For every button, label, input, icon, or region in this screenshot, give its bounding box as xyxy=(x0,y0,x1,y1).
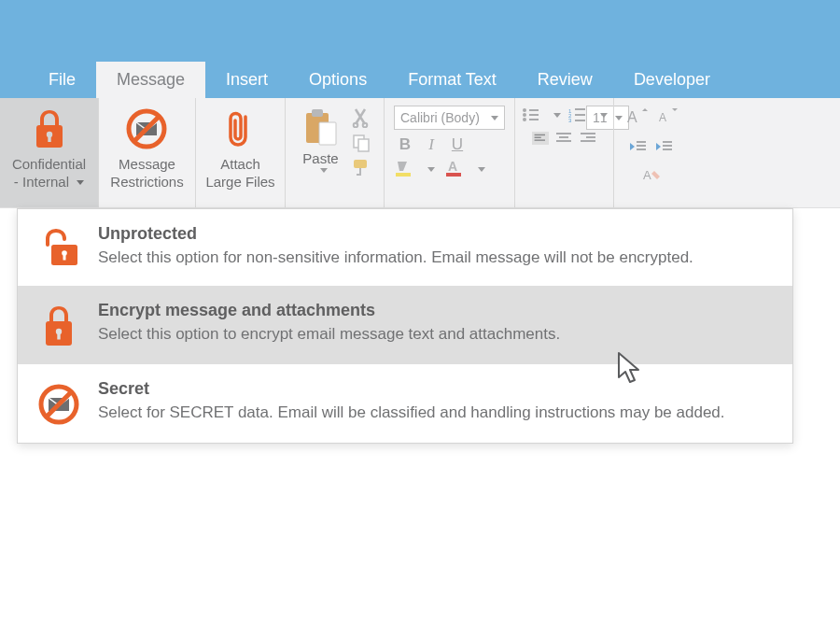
svg-rect-52 xyxy=(57,332,60,340)
ribbon: Confidential- Internal MessageRestrictio… xyxy=(0,98,840,208)
lock-icon xyxy=(31,104,68,154)
svg-rect-41 xyxy=(637,145,646,147)
attach-large-files-button[interactable]: AttachLarge Files xyxy=(205,104,274,191)
paperclip-icon xyxy=(225,104,255,154)
tab-file[interactable]: File xyxy=(28,62,96,98)
font-name-value: Calibri (Body) xyxy=(400,110,480,125)
svg-rect-24 xyxy=(575,108,585,110)
svg-rect-44 xyxy=(663,145,672,147)
dropdown-item-desc: Select this option to encrypt email mess… xyxy=(98,324,774,346)
dropdown-item-encrypt[interactable]: Encrypt message and attachments Select t… xyxy=(18,286,792,364)
svg-rect-14 xyxy=(396,173,411,177)
svg-rect-49 xyxy=(63,254,66,261)
restrictions-label: MessageRestrictions xyxy=(110,156,183,191)
message-restrictions-button[interactable]: MessageRestrictions xyxy=(110,104,183,191)
svg-rect-29 xyxy=(534,134,544,135)
paste-label: Paste xyxy=(302,150,338,168)
svg-rect-37 xyxy=(581,140,595,142)
format-painter-icon[interactable] xyxy=(352,158,372,177)
svg-point-9 xyxy=(353,123,357,128)
svg-rect-42 xyxy=(637,148,646,150)
clear-formatting-icon[interactable]: A xyxy=(641,167,662,184)
ribbon-group-clipboard: Paste xyxy=(286,98,385,207)
dropdown-item-title: Encrypt message and attachments xyxy=(98,301,774,320)
lock-icon xyxy=(35,301,83,347)
svg-text:A: A xyxy=(643,168,651,182)
svg-point-17 xyxy=(523,108,526,112)
svg-rect-33 xyxy=(559,136,568,138)
tab-insert[interactable]: Insert xyxy=(205,62,288,98)
tab-review[interactable]: Review xyxy=(517,62,613,98)
svg-point-21 xyxy=(523,118,526,121)
svg-text:3: 3 xyxy=(568,118,572,122)
ribbon-group-paragraph: 123 xyxy=(515,98,614,207)
svg-rect-43 xyxy=(663,141,672,143)
tab-message[interactable]: Message xyxy=(96,62,205,98)
svg-rect-16 xyxy=(446,173,461,177)
copy-icon[interactable] xyxy=(352,134,371,152)
decrease-indent-icon[interactable] xyxy=(629,139,648,154)
no-mail-icon xyxy=(35,379,83,426)
tab-format-text[interactable]: Format Text xyxy=(387,62,517,98)
tab-developer[interactable]: Developer xyxy=(613,62,731,98)
svg-rect-2 xyxy=(48,135,50,142)
svg-rect-18 xyxy=(529,109,539,111)
svg-rect-34 xyxy=(556,140,571,142)
svg-rect-20 xyxy=(529,114,539,116)
ribbon-group-font: Calibri (Body) B I U A xyxy=(385,98,515,207)
paste-button[interactable]: Paste xyxy=(298,107,344,177)
svg-point-19 xyxy=(523,113,526,117)
svg-rect-7 xyxy=(312,109,323,117)
align-center-icon[interactable] xyxy=(556,132,573,145)
chevron-down-icon[interactable] xyxy=(553,113,561,118)
svg-rect-45 xyxy=(663,148,672,150)
chevron-down-icon[interactable] xyxy=(600,113,608,118)
svg-rect-26 xyxy=(575,114,585,116)
svg-rect-8 xyxy=(319,122,336,145)
ribbon-group-confidential: Confidential- Internal xyxy=(0,98,99,207)
svg-rect-12 xyxy=(358,139,369,151)
align-left-icon[interactable] xyxy=(532,132,549,145)
svg-rect-28 xyxy=(575,120,585,121)
dropdown-item-desc: Select this option for non-sensitive inf… xyxy=(98,247,774,269)
font-color-button[interactable]: A xyxy=(444,160,469,178)
bold-button[interactable]: B xyxy=(394,135,416,154)
svg-rect-30 xyxy=(534,137,540,138)
attach-label: AttachLarge Files xyxy=(205,156,274,191)
font-name-select[interactable]: Calibri (Body) xyxy=(394,106,505,130)
shrink-font-icon[interactable]: A xyxy=(655,107,678,126)
svg-text:A: A xyxy=(659,111,666,124)
tab-options[interactable]: Options xyxy=(288,62,387,98)
dropdown-item-secret[interactable]: Secret Select for SECRET data. Email wil… xyxy=(18,364,792,443)
grow-font-icon[interactable]: A xyxy=(625,107,648,126)
ribbon-group-styles: A A A xyxy=(614,98,689,207)
title-bar xyxy=(0,0,840,59)
dropdown-item-desc: Select for SECRET data. Email will be cl… xyxy=(98,403,774,424)
numbered-list-icon[interactable]: 123 xyxy=(568,107,587,122)
confidential-dropdown-menu: Unprotected Select this option for non-s… xyxy=(17,208,793,444)
svg-rect-36 xyxy=(586,136,595,138)
svg-rect-40 xyxy=(637,141,646,143)
dropdown-item-title: Unprotected xyxy=(98,224,774,244)
tab-strip: File Message Insert Options Format Text … xyxy=(0,59,840,98)
ribbon-group-attach: AttachLarge Files xyxy=(196,98,286,207)
svg-rect-32 xyxy=(556,133,571,134)
svg-rect-13 xyxy=(354,160,367,168)
chevron-down-icon xyxy=(320,168,328,173)
svg-point-10 xyxy=(362,123,367,128)
chevron-down-icon[interactable] xyxy=(427,167,435,172)
italic-button[interactable]: I xyxy=(420,135,442,154)
confidential-dropdown-button[interactable]: Confidential- Internal xyxy=(12,104,86,191)
highlight-color-button[interactable] xyxy=(394,160,418,178)
ribbon-group-restrictions: MessageRestrictions xyxy=(99,98,196,207)
clipboard-icon xyxy=(302,107,340,148)
svg-text:A: A xyxy=(627,109,637,125)
underline-button[interactable]: U xyxy=(446,135,469,154)
chevron-down-icon[interactable] xyxy=(478,167,485,172)
bullet-list-icon[interactable] xyxy=(522,107,540,122)
align-right-icon[interactable] xyxy=(581,132,597,145)
increase-indent-icon[interactable] xyxy=(655,139,674,154)
dropdown-item-unprotected[interactable]: Unprotected Select this option for non-s… xyxy=(18,209,792,286)
cut-icon[interactable] xyxy=(352,107,371,128)
dropdown-item-title: Secret xyxy=(98,379,774,399)
